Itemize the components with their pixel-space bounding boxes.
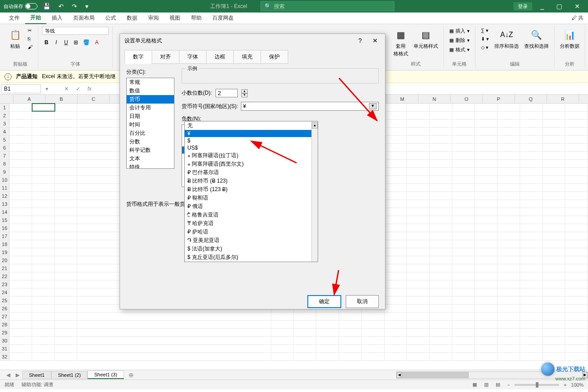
delete-cells-button[interactable]: ▦ 删除 ▾ <box>447 36 472 45</box>
cell[interactable] <box>339 337 362 344</box>
cell[interactable] <box>55 112 78 119</box>
cell[interactable] <box>475 208 497 216</box>
cell[interactable] <box>9 104 32 111</box>
row-header[interactable]: 14 <box>0 208 9 216</box>
cell[interactable] <box>407 144 430 151</box>
cell[interactable] <box>316 313 339 320</box>
row-header[interactable]: 15 <box>0 216 9 224</box>
cell[interactable] <box>339 313 362 320</box>
cell[interactable] <box>316 329 339 336</box>
cell[interactable] <box>452 176 475 183</box>
cell[interactable] <box>55 329 78 336</box>
tab-insert[interactable]: 插入 <box>46 13 68 24</box>
cell[interactable] <box>32 329 55 336</box>
cell[interactable] <box>9 136 32 143</box>
tab-layout[interactable]: 页面布局 <box>68 13 100 24</box>
cell[interactable] <box>520 272 543 280</box>
share-button[interactable]: 🖊 共 <box>567 13 588 24</box>
dlg-tab-align[interactable]: 对齐 <box>152 50 179 64</box>
qat-dropdown-icon[interactable]: ▾ <box>83 2 91 11</box>
cell[interactable] <box>55 144 78 151</box>
cell[interactable] <box>55 280 78 288</box>
cell[interactable] <box>55 272 78 280</box>
cell[interactable] <box>543 128 566 135</box>
cell[interactable] <box>452 329 475 336</box>
cell[interactable] <box>32 128 55 135</box>
sheet-tab-2[interactable]: Sheet1 (3) <box>87 371 124 379</box>
cell[interactable] <box>452 232 475 240</box>
tab-review[interactable]: 审阅 <box>143 13 164 24</box>
cell[interactable] <box>543 296 566 304</box>
cell[interactable] <box>520 232 543 240</box>
select-all-corner[interactable] <box>0 95 13 103</box>
cell[interactable] <box>385 313 407 320</box>
cell[interactable] <box>475 144 497 151</box>
symbol-option[interactable]: US$ <box>185 144 318 151</box>
cell[interactable] <box>497 112 520 119</box>
cell[interactable] <box>32 184 55 192</box>
cell[interactable] <box>430 232 452 240</box>
cell[interactable] <box>497 288 520 296</box>
cell[interactable] <box>32 216 55 224</box>
cell[interactable] <box>55 321 78 328</box>
cell[interactable] <box>565 240 588 248</box>
cell[interactable] <box>55 184 78 192</box>
cell[interactable] <box>385 232 407 240</box>
toggle-switch[interactable] <box>25 3 37 9</box>
cell[interactable] <box>520 288 543 296</box>
cell[interactable] <box>543 256 566 264</box>
cell[interactable] <box>452 288 475 296</box>
cell[interactable] <box>385 304 407 312</box>
category-item[interactable]: 特殊 <box>127 163 174 169</box>
cell[interactable] <box>407 200 430 208</box>
format-painter-button[interactable]: 🖌 <box>26 43 34 50</box>
cell[interactable] <box>407 152 430 159</box>
cell[interactable] <box>385 353 407 360</box>
cell[interactable] <box>452 144 475 151</box>
cell[interactable] <box>430 216 452 224</box>
cell[interactable] <box>565 104 588 111</box>
cell[interactable] <box>475 313 497 320</box>
cell[interactable] <box>520 296 543 304</box>
cell[interactable] <box>9 353 32 360</box>
cell[interactable] <box>430 240 452 248</box>
row-header[interactable]: 13 <box>0 200 9 208</box>
cell[interactable] <box>9 144 32 151</box>
cell[interactable] <box>520 136 543 143</box>
cell[interactable] <box>407 329 430 336</box>
cell[interactable] <box>55 288 78 296</box>
table-format-button[interactable]: ▦ 套用 格格式 <box>392 27 410 58</box>
cell[interactable] <box>430 104 452 111</box>
find-select-button[interactable]: 🔍 查找和选择 <box>522 27 551 50</box>
save-icon[interactable]: 💾 <box>40 2 53 11</box>
cell[interactable] <box>55 160 78 167</box>
row-header[interactable]: 9 <box>0 168 9 175</box>
cell[interactable] <box>55 353 78 360</box>
cell[interactable] <box>385 168 407 175</box>
cell[interactable] <box>543 353 566 360</box>
row-header[interactable]: 26 <box>0 304 9 312</box>
row-header[interactable]: 25 <box>0 296 9 304</box>
category-item[interactable]: 文本 <box>127 154 174 163</box>
cell[interactable] <box>9 224 32 232</box>
cell[interactable] <box>497 296 520 304</box>
cell[interactable] <box>362 329 385 336</box>
cell[interactable] <box>565 168 588 175</box>
cell[interactable] <box>271 337 294 344</box>
symbol-option[interactable]: $ 克丘亚语(厄瓜多尔) <box>185 253 318 262</box>
cell[interactable] <box>407 112 430 119</box>
cell[interactable] <box>32 232 55 240</box>
cell[interactable] <box>407 120 430 127</box>
cell[interactable] <box>9 272 32 280</box>
cell[interactable] <box>55 136 78 143</box>
tab-data[interactable]: 数据 <box>121 13 143 24</box>
symbol-option[interactable]: $ <box>185 137 318 144</box>
cell[interactable] <box>385 224 407 232</box>
cell[interactable] <box>520 168 543 175</box>
cell[interactable] <box>32 337 55 344</box>
cell[interactable] <box>475 248 497 256</box>
cell[interactable] <box>543 208 566 216</box>
cell[interactable] <box>385 120 407 127</box>
cell[interactable] <box>430 120 452 127</box>
dropdown-scroll-up[interactable]: ▲ <box>312 122 318 129</box>
